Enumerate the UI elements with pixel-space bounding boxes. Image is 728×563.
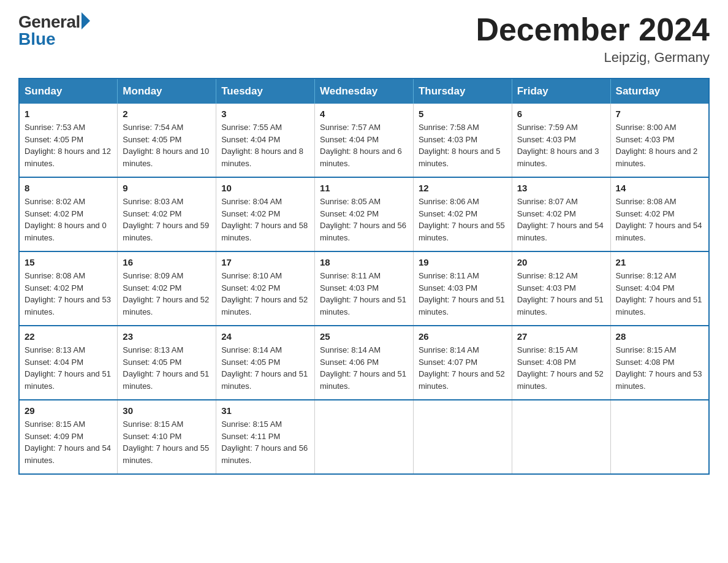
day-info: Sunrise: 8:11 AMSunset: 4:03 PMDaylight:… <box>419 271 505 316</box>
calendar-week-row: 1 Sunrise: 7:53 AMSunset: 4:05 PMDayligh… <box>19 104 709 177</box>
day-number: 14 <box>616 183 703 193</box>
calendar-cell <box>413 400 512 474</box>
calendar-cell: 24 Sunrise: 8:14 AMSunset: 4:05 PMDaylig… <box>216 326 315 400</box>
day-number: 15 <box>25 257 112 267</box>
column-header-friday: Friday <box>512 79 610 104</box>
day-info: Sunrise: 8:14 AMSunset: 4:05 PMDaylight:… <box>221 345 308 391</box>
day-info: Sunrise: 8:09 AMSunset: 4:02 PMDaylight:… <box>123 271 209 316</box>
day-number: 16 <box>123 257 211 267</box>
day-number: 25 <box>320 331 408 342</box>
column-header-wednesday: Wednesday <box>315 79 414 104</box>
day-info: Sunrise: 8:13 AMSunset: 4:04 PMDaylight:… <box>25 345 111 391</box>
day-number: 24 <box>221 331 309 342</box>
calendar-week-row: 29 Sunrise: 8:15 AMSunset: 4:09 PMDaylig… <box>19 400 709 474</box>
column-header-tuesday: Tuesday <box>216 79 315 104</box>
logo: General Blue <box>18 12 90 49</box>
day-number: 31 <box>221 405 309 416</box>
calendar-cell: 8 Sunrise: 8:02 AMSunset: 4:02 PMDayligh… <box>19 177 118 251</box>
column-header-sunday: Sunday <box>19 79 118 104</box>
day-info: Sunrise: 8:12 AMSunset: 4:04 PMDaylight:… <box>616 271 702 316</box>
day-number: 29 <box>25 405 112 416</box>
column-header-monday: Monday <box>118 79 216 104</box>
column-header-saturday: Saturday <box>610 79 709 104</box>
day-number: 1 <box>25 109 112 119</box>
day-number: 2 <box>123 109 211 119</box>
day-number: 20 <box>517 257 605 267</box>
calendar-cell: 27 Sunrise: 8:15 AMSunset: 4:08 PMDaylig… <box>512 326 610 400</box>
day-info: Sunrise: 8:02 AMSunset: 4:02 PMDaylight:… <box>25 197 107 242</box>
calendar-cell: 19 Sunrise: 8:11 AMSunset: 4:03 PMDaylig… <box>413 251 512 326</box>
day-number: 11 <box>320 183 408 193</box>
calendar-cell: 9 Sunrise: 8:03 AMSunset: 4:02 PMDayligh… <box>118 177 216 251</box>
calendar-cell: 31 Sunrise: 8:15 AMSunset: 4:11 PMDaylig… <box>216 400 315 474</box>
day-number: 17 <box>221 257 309 267</box>
calendar-cell: 17 Sunrise: 8:10 AMSunset: 4:02 PMDaylig… <box>216 251 315 326</box>
calendar-cell: 2 Sunrise: 7:54 AMSunset: 4:05 PMDayligh… <box>118 104 216 177</box>
day-info: Sunrise: 8:08 AMSunset: 4:02 PMDaylight:… <box>25 271 111 316</box>
calendar-cell: 6 Sunrise: 7:59 AMSunset: 4:03 PMDayligh… <box>512 104 610 177</box>
location-label: Leipzig, Germany <box>476 50 710 66</box>
day-number: 9 <box>123 183 211 193</box>
day-number: 13 <box>517 183 605 193</box>
calendar-cell: 18 Sunrise: 8:11 AMSunset: 4:03 PMDaylig… <box>315 251 414 326</box>
day-number: 28 <box>616 331 703 342</box>
month-title: December 2024 <box>476 12 710 47</box>
day-info: Sunrise: 8:13 AMSunset: 4:05 PMDaylight:… <box>123 345 209 391</box>
day-number: 7 <box>616 109 703 119</box>
calendar-cell: 25 Sunrise: 8:14 AMSunset: 4:06 PMDaylig… <box>315 326 414 400</box>
day-number: 27 <box>517 331 605 342</box>
calendar-cell: 29 Sunrise: 8:15 AMSunset: 4:09 PMDaylig… <box>19 400 118 474</box>
day-info: Sunrise: 8:15 AMSunset: 4:08 PMDaylight:… <box>517 345 604 391</box>
calendar-cell: 16 Sunrise: 8:09 AMSunset: 4:02 PMDaylig… <box>118 251 216 326</box>
day-info: Sunrise: 8:15 AMSunset: 4:09 PMDaylight:… <box>25 419 111 465</box>
day-number: 26 <box>419 331 507 342</box>
day-info: Sunrise: 8:08 AMSunset: 4:02 PMDaylight:… <box>616 197 702 242</box>
day-info: Sunrise: 8:12 AMSunset: 4:03 PMDaylight:… <box>517 271 604 316</box>
day-info: Sunrise: 8:04 AMSunset: 4:02 PMDaylight:… <box>221 197 308 242</box>
day-info: Sunrise: 8:14 AMSunset: 4:06 PMDaylight:… <box>320 345 406 391</box>
day-info: Sunrise: 8:10 AMSunset: 4:02 PMDaylight:… <box>221 271 308 316</box>
day-number: 3 <box>221 109 309 119</box>
calendar-cell: 22 Sunrise: 8:13 AMSunset: 4:04 PMDaylig… <box>19 326 118 400</box>
calendar-cell: 26 Sunrise: 8:14 AMSunset: 4:07 PMDaylig… <box>413 326 512 400</box>
day-number: 18 <box>320 257 408 267</box>
day-info: Sunrise: 8:15 AMSunset: 4:10 PMDaylight:… <box>123 419 209 465</box>
calendar-cell: 13 Sunrise: 8:07 AMSunset: 4:02 PMDaylig… <box>512 177 610 251</box>
day-info: Sunrise: 8:15 AMSunset: 4:11 PMDaylight:… <box>221 419 308 465</box>
day-info: Sunrise: 8:07 AMSunset: 4:02 PMDaylight:… <box>517 197 604 242</box>
day-number: 22 <box>25 331 112 342</box>
calendar-cell: 4 Sunrise: 7:57 AMSunset: 4:04 PMDayligh… <box>315 104 414 177</box>
column-header-thursday: Thursday <box>413 79 512 104</box>
day-info: Sunrise: 8:03 AMSunset: 4:02 PMDaylight:… <box>123 197 209 242</box>
calendar-cell: 1 Sunrise: 7:53 AMSunset: 4:05 PMDayligh… <box>19 104 118 177</box>
day-number: 8 <box>25 183 112 193</box>
calendar-week-row: 15 Sunrise: 8:08 AMSunset: 4:02 PMDaylig… <box>19 251 709 326</box>
calendar-cell: 5 Sunrise: 7:58 AMSunset: 4:03 PMDayligh… <box>413 104 512 177</box>
calendar-cell <box>512 400 610 474</box>
day-number: 19 <box>419 257 507 267</box>
calendar-cell: 28 Sunrise: 8:15 AMSunset: 4:08 PMDaylig… <box>610 326 709 400</box>
day-info: Sunrise: 8:15 AMSunset: 4:08 PMDaylight:… <box>616 345 702 391</box>
day-number: 21 <box>616 257 703 267</box>
calendar-week-row: 22 Sunrise: 8:13 AMSunset: 4:04 PMDaylig… <box>19 326 709 400</box>
logo-arrow-icon <box>82 12 90 29</box>
day-number: 23 <box>123 331 211 342</box>
day-info: Sunrise: 7:54 AMSunset: 4:05 PMDaylight:… <box>123 123 209 168</box>
day-info: Sunrise: 7:55 AMSunset: 4:04 PMDaylight:… <box>221 123 303 168</box>
page-header: General Blue December 2024 Leipzig, Germ… <box>18 12 710 66</box>
day-info: Sunrise: 7:53 AMSunset: 4:05 PMDaylight:… <box>25 123 111 168</box>
calendar-cell: 14 Sunrise: 8:08 AMSunset: 4:02 PMDaylig… <box>610 177 709 251</box>
day-info: Sunrise: 7:59 AMSunset: 4:03 PMDaylight:… <box>517 123 599 168</box>
day-info: Sunrise: 8:06 AMSunset: 4:02 PMDaylight:… <box>419 197 505 242</box>
day-info: Sunrise: 7:58 AMSunset: 4:03 PMDaylight:… <box>419 123 501 168</box>
calendar-cell: 21 Sunrise: 8:12 AMSunset: 4:04 PMDaylig… <box>610 251 709 326</box>
calendar-cell: 11 Sunrise: 8:05 AMSunset: 4:02 PMDaylig… <box>315 177 414 251</box>
calendar-week-row: 8 Sunrise: 8:02 AMSunset: 4:02 PMDayligh… <box>19 177 709 251</box>
day-info: Sunrise: 8:00 AMSunset: 4:03 PMDaylight:… <box>616 123 698 168</box>
calendar-cell: 23 Sunrise: 8:13 AMSunset: 4:05 PMDaylig… <box>118 326 216 400</box>
calendar-cell: 30 Sunrise: 8:15 AMSunset: 4:10 PMDaylig… <box>118 400 216 474</box>
day-number: 30 <box>123 405 211 416</box>
day-info: Sunrise: 8:11 AMSunset: 4:03 PMDaylight:… <box>320 271 406 316</box>
calendar-cell: 3 Sunrise: 7:55 AMSunset: 4:04 PMDayligh… <box>216 104 315 177</box>
calendar-cell: 7 Sunrise: 8:00 AMSunset: 4:03 PMDayligh… <box>610 104 709 177</box>
